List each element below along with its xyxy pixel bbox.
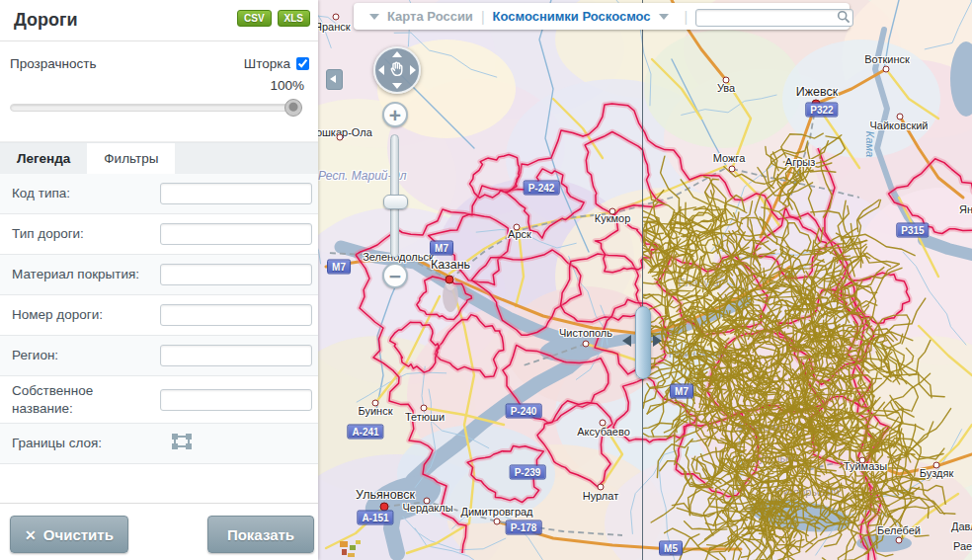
map-toolbar: Карта России | Космоснимки Роскосмос | xyxy=(354,3,850,30)
layer-switch-active[interactable]: Космоснимки Роскосмос xyxy=(493,9,651,24)
zoom-out-button[interactable]: − xyxy=(382,263,408,288)
show-button[interactable]: Показать xyxy=(207,516,314,553)
toolbar-separator: | xyxy=(481,9,485,25)
filter-input[interactable] xyxy=(160,304,312,326)
map-city-label: Буздяк xyxy=(920,467,953,479)
draw-polygon-icon[interactable] xyxy=(172,434,192,449)
clear-button[interactable]: ✕Очистить xyxy=(10,516,128,553)
city-dot xyxy=(598,484,605,491)
pan-right-icon[interactable] xyxy=(410,65,416,75)
filter-row: Границы слоя: xyxy=(0,424,318,464)
road-badge: Р-240 xyxy=(506,404,542,419)
active-layer-caret-icon[interactable] xyxy=(659,14,669,20)
map-city-label: Буинск xyxy=(358,405,392,417)
pan-left-icon[interactable] xyxy=(378,65,384,75)
pan-up-icon[interactable] xyxy=(392,51,402,57)
map-city-label: Кукмор xyxy=(595,212,631,224)
layer-switch-base[interactable]: Карта России xyxy=(387,9,473,24)
road-badge: М7 xyxy=(430,241,453,256)
filter-label: Материал покрытия: xyxy=(12,260,160,289)
city-dot xyxy=(421,405,428,412)
map-canvas[interactable]: ЕлабугаНижнекамскАльметьевскБугульмаОктя… xyxy=(318,0,972,560)
transparency-section: Прозрачность Шторка 100% xyxy=(0,41,318,142)
city-dot xyxy=(896,537,903,544)
city-dot xyxy=(933,462,940,469)
layer-panel: Дороги CSV XLS Прозрачность Шторка 100% … xyxy=(0,0,318,560)
city-dot xyxy=(723,77,730,84)
city-dot xyxy=(897,114,904,120)
city-dot xyxy=(729,166,736,173)
panel-header: Дороги CSV XLS xyxy=(0,0,318,41)
transparency-slider-handle[interactable] xyxy=(284,99,302,117)
map-city-label: Раевский xyxy=(953,540,972,552)
road-badge: А-241 xyxy=(347,425,383,440)
road-badge: М7 xyxy=(327,260,351,275)
curtain-handle[interactable] xyxy=(635,306,651,379)
filter-input[interactable] xyxy=(160,389,312,411)
app: Дороги CSV XLS Прозрачность Шторка 100% … xyxy=(0,0,972,560)
map-city-label: Тетюши xyxy=(405,411,445,423)
map-city-label: Нижнекамск xyxy=(669,348,731,360)
filter-label: Номер дороги: xyxy=(12,300,160,330)
panel-collapse-button[interactable] xyxy=(326,69,343,90)
map-city-label: Йошкар-Ола xyxy=(318,126,372,138)
map-city-label: Октябрьский xyxy=(774,486,839,498)
filters-list: Код типа:Тип дороги:Материал покрытия:Но… xyxy=(0,174,318,464)
city-dot xyxy=(609,208,616,215)
filter-input[interactable] xyxy=(160,183,312,204)
filter-label: Регион: xyxy=(12,341,160,370)
road-badge: Р-178 xyxy=(506,520,542,535)
filter-label: Код типа: xyxy=(12,179,160,208)
city-dot xyxy=(583,341,590,348)
zoom-in-button[interactable]: + xyxy=(382,102,408,127)
filter-row: Тип дороги: xyxy=(0,214,318,255)
map-city-label: Димитровград xyxy=(460,506,532,518)
curtain-arrow-left-icon[interactable] xyxy=(622,335,631,347)
city-dot xyxy=(424,498,431,505)
city-dot xyxy=(372,400,379,407)
filter-input[interactable] xyxy=(160,223,312,245)
zoom-slider-handle[interactable] xyxy=(383,195,408,209)
tab-legend[interactable]: Легенда xyxy=(0,143,87,174)
city-dot xyxy=(333,14,340,21)
map-city-label: Яранск xyxy=(318,21,351,33)
tab-strip: ЛегендаФильтры xyxy=(0,142,318,174)
base-layer-caret-icon[interactable] xyxy=(369,14,379,20)
map-city-label: Кама xyxy=(864,131,876,157)
map-city-label: Белебей xyxy=(877,524,921,536)
tab-filters[interactable]: Фильтры xyxy=(87,143,175,174)
curtain-checkbox[interactable] xyxy=(296,57,309,70)
pan-control[interactable] xyxy=(373,46,421,94)
map-city-label: Казань xyxy=(431,258,470,272)
panel-footer: ✕Очистить Показать xyxy=(0,503,318,560)
hand-icon[interactable] xyxy=(387,59,407,79)
map-search-input[interactable] xyxy=(695,9,853,27)
road-badge: Р-242 xyxy=(524,181,560,196)
map-city-label: Ульяновск xyxy=(356,488,415,502)
export-xls-button[interactable]: XLS xyxy=(278,10,310,27)
map-city-label: Альметьевск xyxy=(736,421,801,433)
map-city-label: Можга xyxy=(713,152,746,164)
filter-input[interactable] xyxy=(160,264,312,285)
transparency-label: Прозрачность xyxy=(10,56,96,71)
map-city-label: Давлеканово xyxy=(951,520,972,532)
map-city-label: Чердаклы xyxy=(402,502,452,514)
curtain-divider xyxy=(642,0,643,560)
map-city-label: Бугульма xyxy=(752,452,799,464)
curtain-toggle[interactable]: Шторка xyxy=(244,54,312,73)
filter-label: Собственное название: xyxy=(12,376,160,423)
map-city-label: Ува xyxy=(717,82,735,94)
filter-input[interactable] xyxy=(160,345,312,366)
export-csv-button[interactable]: CSV xyxy=(237,10,272,27)
search-icon xyxy=(837,10,850,24)
panel-title: Дороги xyxy=(14,10,231,31)
curtain-arrow-right-icon[interactable] xyxy=(653,335,662,347)
pan-down-icon[interactable] xyxy=(392,83,402,89)
map-city-label: Чайковский xyxy=(870,120,929,131)
map-city-label: Аксубаево xyxy=(577,426,630,438)
city-dot xyxy=(337,134,344,141)
map-city-label: Арск xyxy=(508,228,531,240)
road-badge: М7 xyxy=(670,384,693,399)
road-badge: А-151 xyxy=(357,511,393,525)
transparency-slider[interactable] xyxy=(10,104,294,112)
